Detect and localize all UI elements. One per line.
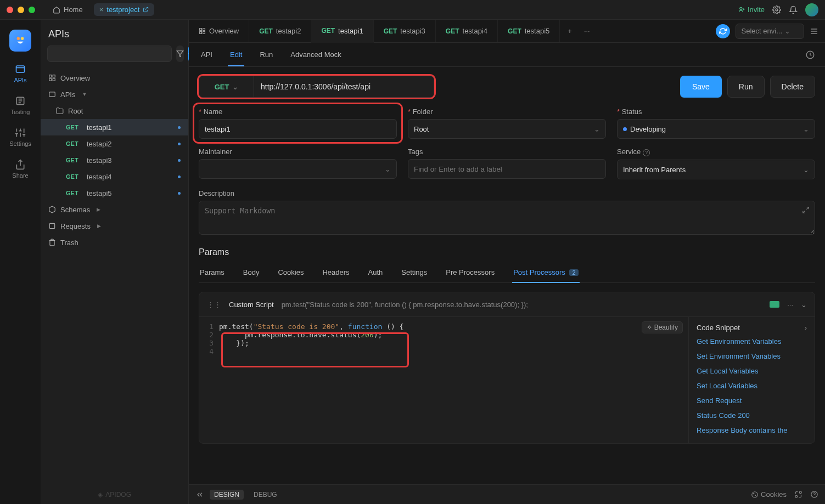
tree-endpoint-testapi5[interactable]: GET testapi5 [41,185,188,201]
overview-tab-icon [199,27,206,35]
delete-button[interactable]: Delete [770,76,815,98]
tree-endpoint-testapi3[interactable]: GET testapi3 [41,152,188,168]
tree-requests[interactable]: Requests ▶ [41,218,188,234]
subtab-edit[interactable]: Edit [228,44,244,66]
snippet-response-contains[interactable]: Response Body contains the [697,426,807,434]
maximize-window[interactable] [29,7,35,13]
drag-handle-icon[interactable]: ⋮⋮ [207,301,221,309]
menu-icon[interactable] [810,27,818,36]
service-select[interactable]: Inherit from Parents ⌄ [617,160,815,179]
home-tab[interactable]: Home [46,3,89,16]
history-icon[interactable] [805,50,815,60]
tags-input[interactable] [408,159,606,179]
rail-testing-label: Testing [11,109,30,115]
settings-icon[interactable] [772,5,781,14]
code-editor[interactable]: ✧ Beautify 1pm.test("Status code is 200"… [199,317,688,443]
tree-apis[interactable]: APIs ▼ [41,86,188,103]
tab-testapi1[interactable]: GET testapi1 [311,20,373,43]
chevron-right-icon[interactable]: › [805,324,807,332]
ptab-params[interactable]: Params [199,263,226,282]
ptab-body[interactable]: Body [242,263,261,282]
rail-testing[interactable]: Testing [11,95,30,115]
subtab-mock[interactable]: Advanced Mock [288,44,344,65]
help-icon[interactable] [810,490,818,499]
folder-select[interactable]: Root ⌄ [408,119,606,139]
script-preview: pm.test("Status code is 200", function (… [282,301,762,309]
snippet-set-local[interactable]: Set Local Variables [697,382,807,390]
trash-icon [48,239,56,246]
tab-testapi2[interactable]: GET testapi2 [249,20,311,42]
extension-icon[interactable] [794,490,802,499]
collapse-icon[interactable] [195,490,204,499]
ptab-auth[interactable]: Auth [367,263,384,282]
sidebar-search[interactable] [47,46,172,62]
chevron-down-icon[interactable]: ⌄ [801,301,807,309]
description-textarea[interactable] [199,201,815,235]
app-logo[interactable] [9,30,31,52]
subtab-run[interactable]: Run [257,44,275,65]
minimize-window[interactable] [18,7,24,13]
chevron-down-icon: ⌄ [232,83,238,91]
beautify-button[interactable]: ✧ Beautify [642,321,683,333]
snippet-send-request[interactable]: Send Request [697,397,807,405]
user-avatar[interactable] [805,3,818,16]
script-enable-toggle[interactable] [770,301,779,308]
status-dot [178,126,181,129]
tab-testapi5[interactable]: GET testapi5 [498,20,560,42]
ptab-postprocessors[interactable]: Post Processors 2 [512,263,579,283]
ptab-cookies[interactable]: Cookies [277,263,305,282]
expand-icon[interactable] [802,206,810,214]
tab-overflow-menu[interactable]: ··· [580,27,594,35]
filter-button[interactable] [176,46,184,62]
method-select[interactable]: GET ⌄ [199,76,254,97]
tree-endpoint-testapi4[interactable]: GET testapi4 [41,168,188,185]
status-select[interactable]: Developing ⌄ [617,119,815,139]
invite-button[interactable]: Invite [738,5,765,14]
mode-debug[interactable]: DEBUG [249,490,282,500]
subtab-api[interactable]: API [199,44,215,65]
tab-testapi4[interactable]: GET testapi4 [436,20,498,42]
close-window[interactable] [7,7,13,13]
rail-share[interactable]: Share [12,159,28,179]
tree-endpoint-testapi1[interactable]: GET testapi1 [41,119,188,135]
mode-design[interactable]: DESIGN [210,490,244,500]
save-button[interactable]: Save [680,76,722,98]
snippet-status-200[interactable]: Status Code 200 [697,411,807,420]
tree-schemas[interactable]: Schemas ▶ [41,201,188,218]
status-dot [178,192,181,195]
svg-rect-14 [203,29,205,31]
tab-testapi3[interactable]: GET testapi3 [374,20,436,42]
ptab-settings[interactable]: Settings [400,263,428,282]
maintainer-select[interactable]: ⌄ [199,159,397,179]
more-menu-icon[interactable]: ··· [787,301,793,309]
ptab-preprocessors[interactable]: Pre Processors [445,263,496,282]
ptab-headers[interactable]: Headers [321,263,350,282]
name-input[interactable] [199,119,397,139]
tree-overview[interactable]: Overview [41,70,188,86]
tree-trash[interactable]: Trash [41,234,188,251]
rail-apis[interactable]: APIs [14,64,26,83]
environment-select[interactable]: Select envi... ⌄ [736,24,804,39]
endpoint-name: testapi5 [87,189,112,197]
tree-endpoint-testapi2[interactable]: GET testapi2 [41,135,188,152]
method-value: GET [215,83,229,91]
endpoint-name: testapi1 [87,123,112,132]
snippet-get-env[interactable]: Get Environment Variables [697,337,807,346]
close-tab-icon[interactable]: × [99,5,104,14]
chevron-down-icon: ▼ [82,92,87,97]
rail-settings[interactable]: Settings [9,127,31,147]
snippet-get-local[interactable]: Get Local Variables [697,367,807,375]
cookies-button[interactable]: Cookies [751,490,787,499]
snippet-set-env[interactable]: Set Environment Variables [697,352,807,360]
run-button[interactable]: Run [727,76,765,98]
sync-button[interactable] [716,24,730,38]
project-tab[interactable]: × testproject [94,3,155,16]
notifications-icon[interactable] [789,5,798,14]
tab-overview[interactable]: Overview [189,20,249,42]
editor-tabs: Overview GET testapi2 GET testapi1 GET t… [189,20,825,43]
chevron-down-icon: ⌄ [385,165,391,173]
url-input[interactable] [254,76,434,97]
maintainer-label: Maintainer [199,148,397,156]
tree-root[interactable]: Root [41,103,188,119]
add-tab-button[interactable]: + [560,20,580,42]
